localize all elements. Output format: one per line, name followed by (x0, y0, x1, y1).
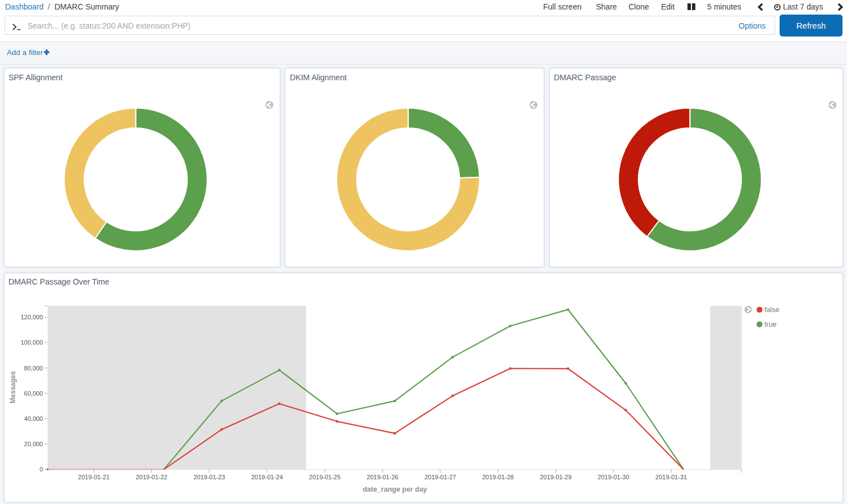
svg-text:2019-01-25: 2019-01-25 (309, 474, 340, 480)
svg-text:2019-01-31: 2019-01-31 (655, 474, 687, 480)
svg-text:2019-01-30: 2019-01-30 (598, 474, 629, 480)
svg-text:60,000: 60,000 (24, 390, 43, 397)
svg-text:40,000: 40,000 (24, 415, 43, 422)
svg-text:2019-01-22: 2019-01-22 (136, 474, 167, 480)
svg-text:true: true (764, 320, 777, 328)
svg-text:2019-01-23: 2019-01-23 (193, 474, 225, 480)
svg-text:2019-01-27: 2019-01-27 (425, 474, 456, 480)
svg-text:2019-01-28: 2019-01-28 (482, 474, 513, 480)
svg-text:2019-01-24: 2019-01-24 (251, 474, 283, 480)
svg-text:120,000: 120,000 (21, 314, 43, 320)
svg-text:100,000: 100,000 (21, 339, 43, 346)
svg-text:false: false (764, 306, 779, 314)
svg-text:2019-01-29: 2019-01-29 (540, 474, 571, 480)
svg-text:80,000: 80,000 (24, 365, 43, 372)
svg-text:2019-01-26: 2019-01-26 (367, 474, 398, 480)
svg-text:2019-01-21: 2019-01-21 (78, 474, 110, 480)
svg-text:20,000: 20,000 (24, 441, 43, 447)
svg-text:0: 0 (39, 466, 43, 473)
svg-text:date_range per day: date_range per day (363, 485, 427, 493)
svg-text:Messages: Messages (9, 371, 17, 404)
